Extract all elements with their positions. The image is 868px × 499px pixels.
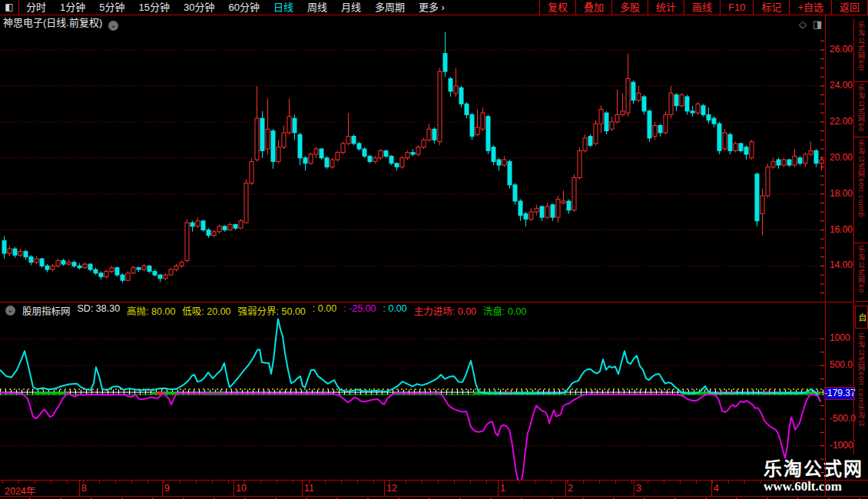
action-button-画线[interactable]: 画线	[684, 0, 720, 15]
x-axis-label: 4	[714, 483, 719, 494]
diamond-icon[interactable]: ◇	[799, 17, 807, 32]
x-axis-label: 8	[81, 483, 87, 494]
x-axis-tick	[35, 481, 35, 484]
value-badge: -179.37	[824, 387, 855, 400]
x-axis-tick	[357, 481, 358, 484]
x-axis-tick	[389, 481, 390, 484]
side-strip-tab[interactable]: 自	[855, 306, 868, 329]
split-view-icon[interactable]: ◨	[813, 17, 822, 32]
period-tab-30分钟[interactable]: 30分钟	[177, 0, 221, 15]
action-button-多股[interactable]: 多股	[611, 0, 648, 15]
x-axis-label: 2024年	[5, 483, 35, 497]
indicator-canvas[interactable]	[0, 303, 824, 480]
x-axis-separator	[498, 481, 499, 497]
x-axis-separator	[384, 481, 385, 497]
x-axis-tick	[293, 481, 293, 484]
x-axis-tick	[648, 481, 648, 484]
price-axis-label: 22.00	[830, 116, 853, 127]
x-axis-tick	[454, 481, 455, 484]
x-axis-tick	[535, 481, 535, 484]
x-axis-tick	[551, 481, 552, 484]
watermark-line1: 乐淘公式网	[764, 459, 863, 479]
x-axis-label: 2	[568, 483, 573, 494]
price-axis-label: 14.00	[830, 259, 853, 270]
side-strip-text: 乐淘公式网60l	[856, 21, 866, 80]
period-tabs: 分时1分钟5分钟15分钟30分钟60分钟日线周线月线多周期更多 ›	[19, 0, 452, 15]
action-button-叠加[interactable]: 叠加	[575, 0, 611, 15]
x-axis-tick	[712, 481, 713, 484]
side-strip-divider	[854, 301, 868, 302]
x-axis-tick	[131, 481, 132, 484]
period-tab-15分钟[interactable]: 15分钟	[131, 0, 176, 15]
price-axis-label: 16.00	[830, 224, 853, 235]
x-axis-tick	[228, 481, 229, 484]
period-tab-周线[interactable]: 周线	[300, 0, 334, 15]
title-row: 神思电子(日线.前复权) ⌄ ◇ ◨	[0, 15, 868, 31]
watermark-line2: www.60lt.com	[764, 479, 863, 494]
x-axis-tick	[212, 481, 213, 484]
page-title: 神思电子(日线.前复权)	[3, 17, 102, 28]
app-window: ◧ 分时1分钟5分钟15分钟30分钟60分钟日线周线月线多周期更多 › 复权叠加…	[0, 0, 868, 499]
x-axis-separator	[302, 481, 303, 497]
period-tab-5分钟[interactable]: 5分钟	[92, 0, 131, 15]
period-tab-月线[interactable]: 月线	[334, 0, 368, 15]
x-axis-tick	[164, 481, 164, 484]
side-strip-text: 乐淘公式网60lt.com乐淘公	[856, 333, 866, 448]
x-axis-tick	[2, 481, 3, 484]
x-axis-tick	[680, 481, 681, 484]
side-strip-text: 乐淘公式网60	[856, 84, 866, 135]
period-tab-60分钟[interactable]: 60分钟	[221, 0, 266, 15]
action-button-返回[interactable]: 返回	[831, 0, 868, 15]
side-strip-divider	[854, 137, 868, 137]
x-axis-tick	[99, 481, 100, 484]
x-axis-tick	[422, 481, 422, 484]
x-axis-tick	[180, 481, 181, 484]
x-axis-tick	[599, 481, 600, 484]
x-axis-separator	[234, 481, 234, 497]
period-tab-分时[interactable]: 分时	[19, 0, 53, 15]
action-button-F10[interactable]: F10	[720, 0, 753, 15]
x-axis-tick	[309, 481, 310, 484]
x-axis-tick	[83, 481, 84, 484]
x-axis-tick	[438, 481, 439, 484]
x-axis-tick	[583, 481, 584, 484]
side-strip-text: 乐淘公式网60	[856, 246, 866, 299]
action-button-标记[interactable]: 标记	[753, 0, 789, 15]
main-chart-canvas[interactable]	[0, 31, 824, 302]
x-axis-tick	[147, 481, 148, 484]
period-tab-更多 ›[interactable]: 更多 ›	[412, 0, 452, 15]
chevron-down-icon[interactable]: ⌄	[108, 21, 118, 31]
top-toolbar: ◧ 分时1分钟5分钟15分钟30分钟60分钟日线周线月线多周期更多 › 复权叠加…	[0, 0, 868, 15]
action-button-复权[interactable]: 复权	[539, 0, 575, 15]
x-axis-tick	[744, 481, 745, 484]
x-axis-tick	[728, 481, 729, 484]
x-axis-label: 10	[236, 483, 247, 494]
x-axis-tick	[406, 481, 406, 484]
layout-icon[interactable]: ◧	[0, 0, 19, 15]
period-tab-日线[interactable]: 日线	[267, 0, 300, 15]
x-axis-tick	[277, 481, 277, 484]
x-axis-tick	[196, 481, 197, 484]
action-buttons: 复权叠加多股统计画线F10标记+自选返回	[539, 0, 868, 15]
pane-divider-line	[0, 302, 853, 302]
x-axis-tick	[325, 481, 326, 484]
indicator-axis-label: 500.0	[830, 359, 853, 370]
x-axis-label: 11	[304, 483, 314, 494]
x-axis-label: 12	[386, 483, 397, 494]
x-axis-tick	[696, 481, 697, 484]
period-tab-1分钟[interactable]: 1分钟	[53, 0, 92, 15]
x-axis-tick	[502, 481, 503, 484]
side-strip-divider	[854, 81, 868, 82]
watermark: 乐淘公式网 www.60lt.com	[764, 459, 863, 494]
x-axis-tick	[67, 481, 68, 484]
action-button-统计[interactable]: 统计	[648, 0, 684, 15]
price-axis-label: 24.00	[830, 80, 853, 91]
x-axis-tick	[115, 481, 116, 484]
x-axis-tick	[664, 481, 664, 484]
x-axis-label: 3	[636, 483, 641, 494]
x-axis-label: 1	[500, 483, 505, 494]
x-axis-tick	[341, 481, 342, 484]
action-button-+自选[interactable]: +自选	[789, 0, 831, 15]
x-axis-tick	[631, 481, 632, 484]
period-tab-多周期[interactable]: 多周期	[368, 0, 412, 15]
